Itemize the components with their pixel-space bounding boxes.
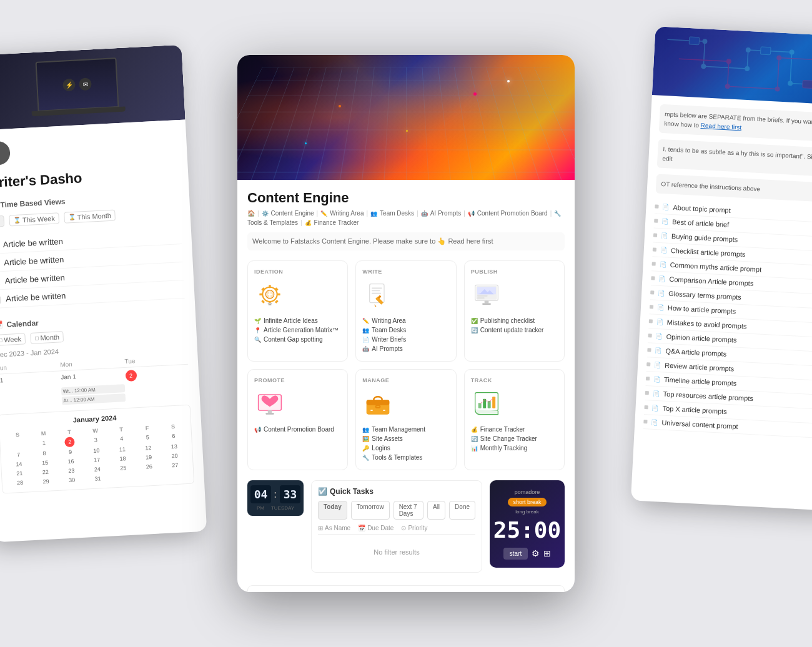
mini-calendar: January 2024 S M T W T F S 1 2 3 4 5 6 7	[0, 405, 194, 494]
manage-link-0[interactable]: 👥 Team Management	[362, 425, 449, 434]
intro-text-2: I. tends to be as subtle as a hy this is…	[662, 144, 812, 172]
track-link-1[interactable]: 🔄 Site Change Tracker	[471, 434, 558, 443]
bottom-widgets: 04 : 33 PM TUESDAY ☑️ Quick Tasks Today …	[247, 480, 565, 579]
intro-text-1: mpts below are SEPARATE from the briefs.…	[664, 109, 812, 137]
pomo-timer: 25:00	[493, 517, 561, 543]
publish-link-1[interactable]: 🔄 Content update tracker	[471, 325, 558, 335]
breadcrumb: 🏠 | ⚙️ Content Engine | ✏️ Writing Area …	[247, 210, 565, 226]
cal-month-btn[interactable]: □ Month	[31, 331, 64, 344]
svg-rect-26	[477, 295, 488, 297]
feature-write: WRITE ✏️	[355, 260, 456, 362]
svg-point-58	[701, 64, 706, 69]
pomo-settings-icon[interactable]: ⚙	[532, 548, 540, 558]
ideation-link-0[interactable]: 🌱 Infinite Article Ideas	[254, 316, 341, 325]
manage-links: 👥 Team Management 🖼️ Site Assets 🔑 Login…	[362, 425, 449, 462]
feature-track: TRACK	[464, 369, 565, 470]
avatar	[0, 139, 12, 167]
svg-rect-32	[268, 410, 272, 413]
svg-point-59	[745, 66, 750, 71]
svg-rect-33	[265, 413, 274, 415]
tab-today[interactable]: Today	[318, 501, 347, 520]
pomo-start-btn[interactable]: start	[503, 548, 528, 560]
write-link-3[interactable]: 🤖 AI Prompts	[362, 344, 449, 353]
today-marker: 2	[125, 370, 137, 382]
doc-icon-prompt: 📄	[662, 204, 670, 210]
circuit-svg	[652, 26, 812, 106]
filter-all[interactable]: All	[0, 215, 4, 227]
calendar-icon-sm: 📅	[358, 525, 365, 531]
left-card-header: ⚡ ✉	[0, 45, 186, 131]
write-link-2[interactable]: 📄 Writer Briefs	[362, 335, 449, 344]
promote-icon-wrap	[254, 388, 285, 420]
col-priority: ⊙ Priority	[401, 525, 427, 531]
center-content: Content Engine 🏠 | ⚙️ Content Engine | ✏…	[237, 180, 575, 592]
ideation-link-1[interactable]: 📍 Article Generation Matrix™	[254, 325, 341, 335]
svg-rect-18	[372, 293, 381, 294]
write-icon-wrap	[362, 280, 394, 311]
read-first-link[interactable]: Read here first	[700, 122, 741, 131]
prompt-list: 📄 About topic prompt 📄 Best of article b…	[643, 199, 812, 438]
write-link-1[interactable]: 👥 Team Desks	[362, 325, 449, 335]
svg-rect-44	[492, 397, 495, 408]
manage-link-3[interactable]: 🔧 Tools & Templates	[362, 453, 449, 462]
publish-icon	[471, 280, 502, 311]
tasks-columns: ⊞ As Name 📅 Due Date ⊙ Priority	[318, 525, 475, 535]
tab-tomorrow[interactable]: Tomorrow	[351, 501, 390, 520]
feature-grid: IDEATION	[247, 260, 565, 470]
cal-week-btn[interactable]: □ Week	[0, 333, 26, 346]
event-ar: Ar... 12:00 AM	[62, 393, 126, 405]
pomo-more-icon[interactable]: ⊞	[543, 548, 551, 558]
svg-rect-37	[377, 406, 380, 407]
svg-line-48	[747, 50, 748, 69]
left-card-title: Writer's Dasho	[0, 165, 179, 191]
pomodoro-widget: pomadore short break long break 25:00 st…	[490, 480, 565, 568]
manage-link-1[interactable]: 🖼️ Site Assets	[362, 434, 449, 443]
content-title: Content Engine	[247, 190, 565, 206]
svg-rect-2	[269, 285, 270, 288]
clock-widget: 04 : 33 PM TUESDAY	[247, 480, 304, 579]
svg-line-46	[703, 41, 705, 66]
doc-icon-3	[0, 294, 1, 304]
promote-icon	[254, 388, 285, 420]
tab-done[interactable]: Done	[449, 501, 475, 520]
publish-link-0[interactable]: ✅ Publishing checklist	[471, 316, 558, 325]
svg-rect-28	[484, 300, 488, 303]
calendar-view-widget: 📅 Calendar View □ Week □ Month ‹ Dec 202…	[247, 585, 565, 592]
priority-icon: ⊙	[401, 525, 406, 531]
write-link-0[interactable]: ✏️ Writing Area	[362, 316, 449, 325]
manage-icon	[362, 388, 394, 420]
svg-rect-4	[259, 294, 262, 295]
write-links: ✏️ Writing Area 👥 Team Desks 📄 Writer Br…	[362, 316, 449, 353]
publish-links: ✅ Publishing checklist 🔄 Content update …	[471, 316, 558, 335]
check-icon: ☑️	[318, 487, 327, 496]
lightbulb-icon	[254, 280, 285, 311]
svg-rect-67	[689, 37, 700, 45]
filter-month[interactable]: ⌛ This Month	[64, 210, 116, 224]
promote-link-0[interactable]: 📢 Content Promotion Board	[254, 425, 341, 434]
svg-point-64	[725, 84, 730, 89]
welcome-text: Welcome to Fatstacks Content Engine. Ple…	[247, 232, 565, 250]
tab-all[interactable]: All	[427, 501, 445, 520]
tab-next7[interactable]: Next 7 Days	[394, 501, 423, 520]
pomo-controls: start ⚙ ⊞	[503, 548, 551, 560]
write-icon	[362, 280, 394, 311]
svg-marker-20	[374, 304, 376, 307]
feature-publish: PUBLISH	[464, 260, 565, 362]
svg-rect-14	[269, 304, 272, 305]
filter-week[interactable]: ⌛ This Week	[9, 212, 60, 226]
hero-particles	[237, 55, 575, 180]
feature-manage: MANAGE	[355, 369, 456, 470]
svg-rect-9	[275, 300, 279, 304]
svg-rect-68	[760, 47, 771, 55]
svg-rect-5	[277, 294, 280, 295]
svg-point-63	[726, 59, 731, 64]
svg-rect-69	[803, 81, 812, 89]
filter-row: All ⌛ This Week ⌛ This Month	[0, 206, 181, 227]
svg-line-55	[778, 58, 780, 89]
track-link-0[interactable]: 💰 Finance Tracker	[471, 425, 558, 434]
ideation-link-2[interactable]: 🔍 Content Gap spotting	[254, 335, 341, 344]
track-link-2[interactable]: 📊 Monthly Tracking	[471, 443, 558, 453]
manage-icon-wrap	[362, 388, 394, 420]
hero-banner	[237, 55, 575, 180]
manage-link-2[interactable]: 🔑 Logins	[362, 443, 449, 453]
